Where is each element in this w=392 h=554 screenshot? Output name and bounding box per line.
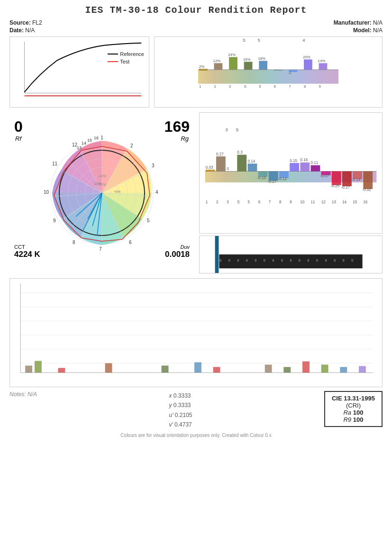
cri-ra: Ra 100 [332,409,375,416]
svg-text:0: 0 [227,167,229,171]
duv-value: 0.0018 [165,250,190,259]
svg-rect-175 [359,366,366,372]
date-line: Date: N/A [9,27,42,34]
legend-reference-line [108,54,118,54]
footer-note: Colours are for visual orientation purpo… [9,433,383,438]
legend-reference: Reference [108,51,144,57]
svg-rect-164 [35,361,42,372]
svg-text:18%: 18% [258,56,265,61]
middle-row: -20% -40% 1 2 3 4 5 6 7 8 9 10 11 12 16 … [9,112,383,273]
svg-text:14: 14 [82,141,86,145]
cri-r9-value: 100 [353,416,364,423]
spd-legend: Reference Test [108,51,144,64]
svg-text:0: 0 [246,259,248,262]
svg-text:-2: -2 [288,71,291,75]
manufacturer-label: Manufacturer: [334,19,372,26]
svg-rect-168 [194,362,201,372]
svg-text:0: 0 [325,259,327,262]
svg-text:2%: 2% [199,64,204,69]
svg-text:5: 5 [259,84,261,89]
svg-text:-0.12: -0.12 [278,177,287,181]
svg-text:15: 15 [353,200,357,204]
model-line: Model: N/A [353,27,383,34]
svg-rect-103 [300,163,310,172]
svg-text:1: 1 [206,200,208,204]
svg-text:-20%: -20% [94,182,101,185]
svg-text:7: 7 [269,200,271,204]
svg-text:0: 0 [308,259,310,262]
svg-text:11: 11 [311,200,316,204]
svg-rect-173 [321,364,328,372]
svg-text:15: 15 [87,138,92,143]
delta-lower-svg: 0 0 0 0 0 0 0 0 0 0 0 0 0 0 0 0 [200,236,382,273]
svg-text:0: 0 [219,259,221,262]
top-row: Reference Test [9,36,383,108]
cct-label: CCT [14,244,25,250]
svg-rect-109 [332,172,341,185]
footer-left: Notes: N/A [9,391,37,398]
svg-rect-3 [198,70,338,84]
page-title: IES TM-30-18 Colour Rendition Report [9,5,383,16]
svg-text:0: 0 [351,259,353,262]
svg-text:-0.10: -0.10 [257,176,266,180]
bottom-chart [9,278,383,387]
svg-rect-6 [214,63,223,70]
manufacturer-val: N/A [373,19,383,26]
svg-text:S: S [236,128,238,133]
delta-chart-upper: 0.03 0.27 0 0.3 0.14 -0.10 [199,112,383,234]
legend-test-label: Test [120,59,129,64]
svg-text:-0.27: -0.27 [341,185,350,190]
header-left: Source: FL2 Date: N/A [9,19,42,34]
svg-rect-167 [162,365,169,372]
svg-text:0: 0 [281,259,283,262]
svg-rect-153 [215,236,219,273]
svg-text:0: 0 [334,259,336,262]
model-val: N/A [373,27,383,34]
svg-text:3: 3 [227,200,229,204]
v-label: v' [169,421,174,428]
svg-rect-111 [342,172,352,187]
source-label: Source: [9,19,31,26]
svg-text:4: 4 [155,190,158,195]
svg-text:S: S [243,38,246,43]
svg-text:7: 7 [99,246,102,252]
svg-rect-91 [237,155,246,172]
svg-text:0.16: 0.16 [300,158,308,163]
v-value: 0.4737 [174,421,192,428]
cri-box: CIE 13.31-1995 (CRI) Ra 100 R9 100 [324,391,383,427]
svg-rect-115 [363,172,373,189]
svg-text:-0.17: -0.17 [268,180,277,184]
svg-rect-170 [265,364,272,372]
svg-text:9: 9 [290,200,292,204]
header: Source: FL2 Date: N/A Manufacturer: N/A … [9,19,383,34]
polar-svg: -20% -40% 1 2 3 4 5 6 7 8 9 10 11 12 16 … [9,112,194,273]
u-value: 0.2105 [175,412,192,418]
svg-rect-165 [58,368,65,372]
svg-text:0: 0 [273,259,274,262]
svg-text:0: 0 [316,259,318,262]
date-label: Date: [9,27,24,34]
cri-subtitle: (CRI) [332,402,375,409]
model-label: Model: [353,27,372,34]
polar-chart: -20% -40% 1 2 3 4 5 6 7 8 9 10 11 12 16 … [9,112,194,273]
rf-value: 0 [14,118,23,136]
u-val-line: u' 0.2105 [169,410,192,420]
spd-chart: Reference Test [9,36,149,108]
svg-text:16%: 16% [243,57,251,62]
bottom-svg [10,279,382,387]
svg-text:16: 16 [94,136,99,140]
legend-test-line [108,61,118,62]
svg-text:0.03: 0.03 [206,165,213,170]
cri-title: CIE 13.31-1995 [332,395,375,402]
svg-rect-174 [340,367,347,372]
svg-text:0: 0 [290,259,292,262]
legend-test: Test [108,59,144,64]
svg-rect-101 [290,163,299,172]
svg-text:16: 16 [363,200,368,204]
svg-text:-0.14: -0.14 [352,178,361,182]
svg-text:2: 2 [130,143,133,148]
cri-ra-value: 100 [353,409,364,416]
cri-ra-label: Ra [343,409,353,416]
svg-text:9: 9 [53,218,56,223]
svg-text:5: 5 [248,200,250,204]
